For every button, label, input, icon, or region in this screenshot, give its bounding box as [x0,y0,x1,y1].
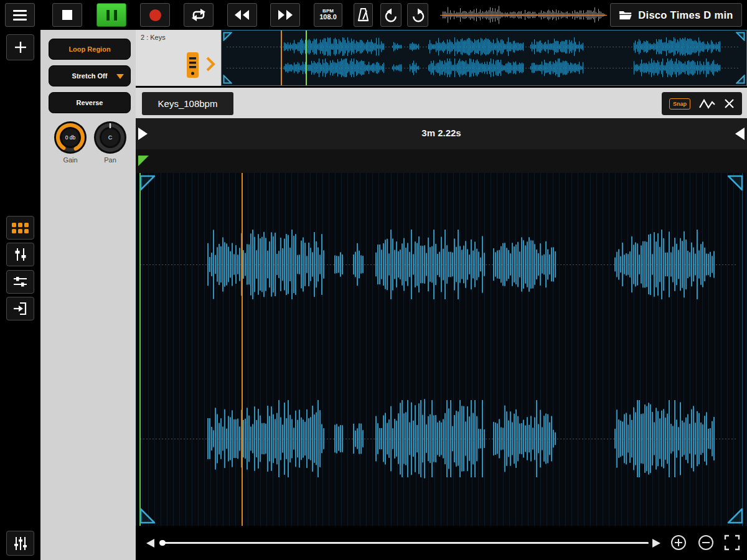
hamburger-icon [13,7,27,23]
levels-view-button[interactable] [6,243,34,266]
mixer-view-button[interactable] [6,270,34,294]
reverse-label: Reverse [77,99,103,106]
redo-icon [410,7,426,23]
editor-title-bar: Keys_108bpm Snap [136,86,747,118]
fast-forward-icon [276,9,294,21]
redo-button[interactable] [407,3,428,27]
region-handle-bottom-left[interactable] [223,75,232,84]
scroll-handle[interactable] [159,540,166,546]
song-title-button[interactable]: Disco Times D min [610,3,742,27]
undo-button[interactable] [380,3,402,27]
selection-handle-top-left[interactable] [139,175,156,191]
zoom-in-button[interactable] [670,534,687,551]
stretch-button[interactable]: Stretch Off [49,65,131,86]
send-to-icon [12,301,29,317]
track-header[interactable]: 2 : Keys [136,30,221,86]
record-icon [149,9,161,21]
clip-properties-panel: Loop Region Stretch Off Reverse 0 db C G… [40,30,136,560]
loop-icon [189,7,208,23]
pause-icon [106,10,117,21]
track-name: 2 : Keys [141,34,166,41]
selection-handle-bottom-right[interactable] [727,508,743,524]
gain-knob[interactable]: 0 db [54,121,87,154]
mixer-icon [12,274,29,290]
close-button[interactable] [724,98,735,109]
rewind-button[interactable] [227,3,257,27]
zoom-out-button[interactable] [697,534,715,551]
bpm-display: BPM 108.0 [319,9,337,21]
loop-button[interactable] [184,3,214,27]
pan-value: C [108,134,113,141]
editor-left-edge-line [139,173,141,526]
stretch-label: Stretch Off [72,72,108,80]
pause-button[interactable] [96,3,126,27]
song-overview-waveform[interactable] [439,2,608,27]
metronome-icon [357,7,370,23]
rewind-icon [233,9,251,21]
record-button[interactable] [140,3,170,27]
metronome-button[interactable] [354,3,373,27]
app-window: BPM 108.0 [0,0,747,560]
loop-region-label: Loop Region [68,45,110,53]
left-sidebar [0,30,40,560]
stop-button[interactable] [52,3,82,27]
region-handle-bottom-right[interactable] [736,75,745,84]
clips-grid-icon [10,219,31,236]
snap-button[interactable]: Snap [669,98,690,110]
scroll-right-arrow[interactable] [652,539,660,548]
stop-icon [62,10,72,20]
zoom-fit-button[interactable] [723,534,741,551]
instrument-icon [186,51,200,80]
song-title: Disco Times D min [638,9,733,21]
loop-start-marker[interactable] [138,156,149,166]
mixer-faders-button[interactable] [6,531,34,556]
reverse-button[interactable]: Reverse [49,92,131,113]
clips-view-button[interactable] [6,216,34,240]
faders-icon [12,535,29,552]
region-handle-top-right[interactable] [736,32,745,41]
editor-content: 2 : Keys [136,30,747,560]
waveform-editor[interactable] [136,173,747,526]
selection-time-label: 3m 2.22s [136,128,747,138]
pan-label: Pan [93,156,127,164]
region-playhead-line [281,30,282,85]
add-track-button[interactable] [6,34,34,60]
selection-handle-top-right[interactable] [727,175,743,191]
editor-scrollbar [136,526,747,560]
gain-label: Gain [54,156,87,164]
editor-right-edge-line [742,173,743,526]
editor-playhead[interactable] [242,173,243,526]
time-ruler[interactable]: 3m 2.22s [136,118,747,149]
pan-knob[interactable]: C [93,121,127,154]
plus-icon [12,39,29,55]
scroll-track[interactable] [161,542,649,544]
selection-handle-bottom-left[interactable] [139,508,156,524]
track-expand-icon[interactable] [205,56,215,72]
track-clip-region[interactable] [221,30,747,86]
envelope-wave-button[interactable] [698,98,716,110]
route-button[interactable] [6,297,34,320]
ruler-right-handle[interactable] [735,128,745,140]
folder-icon [619,9,632,21]
scroll-left-arrow[interactable] [146,539,154,548]
menu-button[interactable] [5,3,35,27]
loop-region-button[interactable]: Loop Region [49,39,131,60]
marker-strip[interactable] [136,149,747,173]
fast-forward-button[interactable] [270,3,300,27]
gain-value: 0 db [65,134,76,141]
bpm-button[interactable]: BPM 108.0 [314,3,342,27]
chevron-down-icon [116,74,124,79]
sliders-icon [12,246,29,263]
editor-controls: Snap [662,92,742,115]
region-handle-top-left[interactable] [223,32,232,41]
clip-name-box[interactable]: Keys_108bpm [142,92,233,115]
transport-toolbar: BPM 108.0 [0,0,747,30]
region-loop-line [306,30,307,85]
editor-waveform [136,173,747,526]
bpm-value: 108.0 [319,14,337,21]
track-clip-waveform [222,30,746,85]
undo-icon [383,7,399,23]
